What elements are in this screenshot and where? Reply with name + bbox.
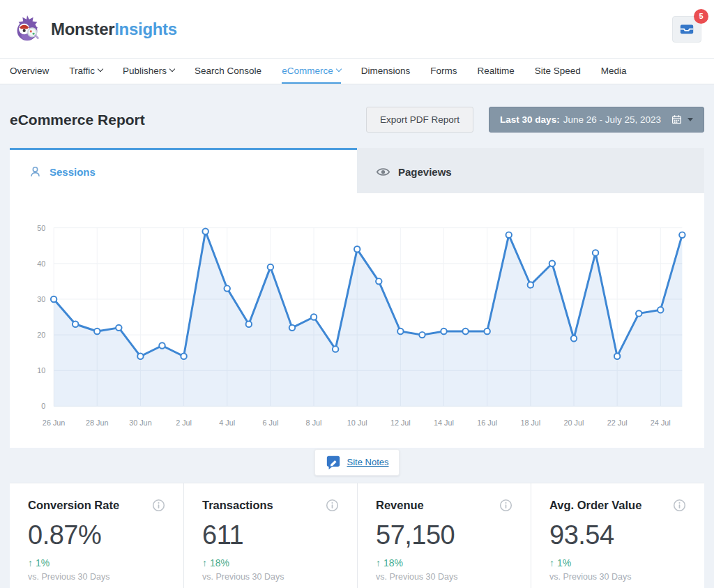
- metric-transactions: Transactions 611 ↑ 18% vs. Previous 30 D…: [183, 483, 357, 588]
- metric-title: Conversion Rate: [28, 499, 119, 512]
- metric-title: Transactions: [202, 499, 273, 512]
- metric-change: ↑ 18%: [376, 557, 512, 568]
- notifications-area: 5: [672, 16, 701, 43]
- svg-text:18 Jul: 18 Jul: [520, 419, 540, 427]
- monsterinsights-logo: MonsterInsights: [11, 13, 177, 45]
- metric-change: ↑ 1%: [549, 557, 686, 568]
- report-actions: Export PDF Report Last 30 days: June 26 …: [366, 107, 704, 133]
- metric-title: Avg. Order Value: [549, 499, 641, 512]
- svg-text:30 Jun: 30 Jun: [129, 419, 151, 427]
- nav-item-search-console[interactable]: Search Console: [195, 59, 261, 84]
- nav-item-realtime[interactable]: Realtime: [477, 59, 514, 84]
- metric-compare: vs. Previous 30 Days: [549, 572, 686, 582]
- nav-item-forms[interactable]: Forms: [430, 59, 457, 84]
- svg-text:20: 20: [37, 331, 45, 339]
- nav-item-overview[interactable]: Overview: [10, 59, 49, 84]
- notification-count-badge: 5: [694, 9, 708, 24]
- sessions-line-chart[interactable]: 0102030405026 Jun28 Jun30 Jun2 Jul4 Jul6…: [15, 211, 699, 445]
- page-title: eCommerce Report: [10, 112, 145, 128]
- site-notes-button[interactable]: Site Notes: [314, 449, 400, 476]
- svg-text:10 Jul: 10 Jul: [347, 419, 367, 427]
- svg-text:14 Jul: 14 Jul: [434, 419, 454, 427]
- svg-text:16 Jul: 16 Jul: [477, 419, 497, 427]
- svg-text:40: 40: [37, 259, 45, 268]
- nav-item-publishers[interactable]: Publishers: [123, 59, 174, 84]
- svg-text:10: 10: [37, 366, 45, 375]
- info-icon[interactable]: [673, 499, 686, 512]
- metric-change: ↑ 1%: [28, 557, 165, 568]
- report-content: eCommerce Report Export PDF Report Last …: [0, 84, 714, 588]
- report-nav: Overview Traffic Publishers Search Conso…: [0, 59, 714, 84]
- metric-value: 611: [202, 520, 339, 550]
- svg-text:6 Jul: 6 Jul: [262, 419, 278, 427]
- eye-icon: [376, 165, 390, 179]
- metric-compare: vs. Previous 30 Days: [202, 572, 339, 582]
- logo-monster: Monster: [51, 20, 114, 38]
- metric-compare: vs. Previous 30 Days: [376, 572, 512, 582]
- inbox-tray-icon: [679, 22, 694, 37]
- svg-text:12 Jul: 12 Jul: [390, 419, 411, 427]
- svg-text:26 Jun: 26 Jun: [43, 419, 65, 427]
- metric-value: 0.87%: [28, 520, 165, 550]
- up-arrow-icon: ↑: [549, 557, 554, 568]
- info-icon[interactable]: [152, 499, 165, 512]
- title-row: eCommerce Report Export PDF Report Last …: [10, 84, 704, 133]
- chevron-down-icon: [98, 66, 103, 72]
- nav-item-dimensions[interactable]: Dimensions: [361, 59, 411, 84]
- svg-text:8 Jul: 8 Jul: [306, 419, 322, 427]
- calendar-icon: [671, 114, 682, 125]
- monster-mascot-icon: [11, 13, 43, 45]
- metric-avg-order-value: Avg. Order Value 93.54 ↑ 1% vs. Previous…: [531, 483, 704, 588]
- up-arrow-icon: ↑: [376, 557, 381, 568]
- metrics-summary: Conversion Rate 0.87% ↑ 1% vs. Previous …: [10, 483, 704, 588]
- svg-text:20 Jul: 20 Jul: [564, 419, 584, 427]
- metric-compare: vs. Previous 30 Days: [28, 572, 165, 582]
- site-notes-row: Site Notes: [10, 448, 704, 483]
- logo-wordmark: MonsterInsights: [51, 20, 177, 39]
- date-range-value: June 26 - July 25, 2023: [563, 114, 661, 125]
- up-arrow-icon: ↑: [28, 557, 33, 568]
- info-icon[interactable]: [499, 499, 512, 512]
- svg-text:4 Jul: 4 Jul: [219, 419, 235, 427]
- chevron-down-icon: [335, 66, 341, 72]
- person-icon: [29, 165, 42, 179]
- nav-item-traffic[interactable]: Traffic: [69, 59, 102, 84]
- nav-item-ecommerce[interactable]: eCommerce: [282, 59, 341, 84]
- date-range-label: Last 30 days:: [500, 114, 560, 125]
- note-pencil-icon: [326, 455, 341, 470]
- metric-revenue: Revenue 57,150 ↑ 18% vs. Previous 30 Day…: [357, 483, 531, 588]
- date-range-button[interactable]: Last 30 days: June 26 - July 25, 2023: [489, 107, 704, 133]
- chart-tabs: Sessions Pageviews: [10, 148, 704, 193]
- monsterinsights-app: MonsterInsights 5 Overview Traffic Publi…: [0, 0, 714, 588]
- up-arrow-icon: ↑: [202, 557, 207, 568]
- tab-sessions-label: Sessions: [50, 166, 96, 178]
- svg-text:50: 50: [37, 224, 45, 232]
- tab-sessions[interactable]: Sessions: [10, 148, 357, 193]
- nav-item-site-speed[interactable]: Site Speed: [535, 59, 581, 84]
- export-pdf-button[interactable]: Export PDF Report: [366, 107, 473, 133]
- site-notes-label: Site Notes: [347, 457, 389, 467]
- metric-change: ↑ 18%: [202, 557, 339, 568]
- dropdown-caret-icon: [688, 118, 693, 121]
- svg-text:30: 30: [37, 295, 45, 303]
- tab-pageviews-label: Pageviews: [398, 166, 452, 178]
- svg-text:28 Jun: 28 Jun: [86, 419, 108, 427]
- nav-item-media[interactable]: Media: [601, 59, 627, 84]
- chevron-down-icon: [169, 66, 175, 72]
- top-header: MonsterInsights 5: [0, 0, 714, 59]
- sessions-chart-card: 0102030405026 Jun28 Jun30 Jun2 Jul4 Jul6…: [10, 193, 704, 448]
- metric-value: 57,150: [376, 520, 512, 550]
- logo-insights: Insights: [114, 20, 177, 38]
- svg-text:24 Jul: 24 Jul: [651, 419, 671, 427]
- svg-text:22 Jul: 22 Jul: [607, 419, 628, 427]
- metric-value: 93.54: [549, 520, 686, 550]
- metric-conversion-rate: Conversion Rate 0.87% ↑ 1% vs. Previous …: [10, 483, 183, 588]
- svg-text:0: 0: [41, 402, 45, 410]
- info-icon[interactable]: [326, 499, 339, 512]
- svg-text:2 Jul: 2 Jul: [176, 419, 192, 427]
- tab-pageviews[interactable]: Pageviews: [357, 148, 704, 193]
- metric-title: Revenue: [376, 499, 424, 512]
